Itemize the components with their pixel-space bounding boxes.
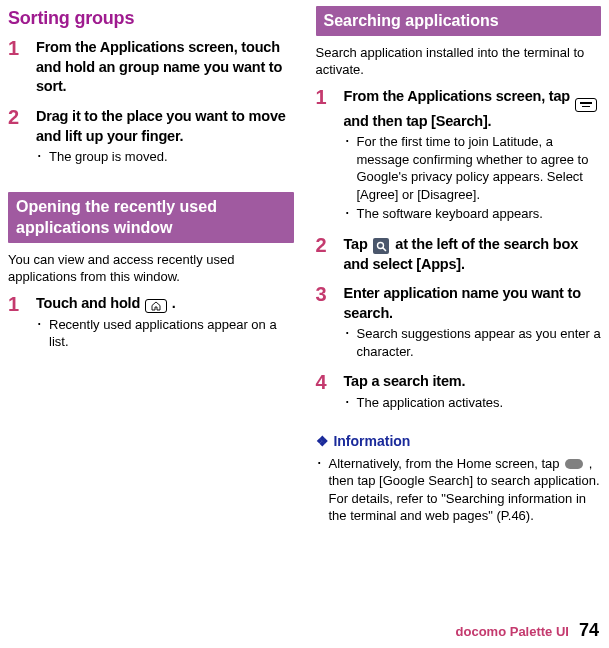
step-title: From the Applications screen, touch and … (36, 38, 294, 97)
sorting-step: 1 From the Applications screen, touch an… (8, 38, 294, 97)
information-bullet: ･ Alternatively, from the Home screen, t… (316, 455, 602, 525)
bullet-item: ･ For the first time to join Latitude, a… (344, 133, 602, 203)
bullet-list: ･ Search suggestions appear as you enter… (344, 325, 602, 360)
search-intro-text: Search application installed into the te… (316, 44, 602, 79)
section-title-sorting-groups: Sorting groups (8, 6, 294, 30)
sorting-step: 2 Drag it to the place you want to move … (8, 107, 294, 168)
bullet-item: ･ The software keyboard appears. (344, 205, 602, 223)
bullet-text: The application activates. (357, 394, 602, 412)
opening-intro-text: You can view and access recently used ap… (8, 251, 294, 286)
step-title-pre: Touch and hold (36, 295, 144, 311)
step-title: Tap at the left of the search box and se… (344, 235, 602, 274)
bullet-dot-icon: ･ (316, 455, 323, 525)
step-title-pre: Tap (344, 236, 372, 252)
menu-icon (575, 98, 597, 112)
step-number: 2 (8, 107, 26, 127)
footer-section-label: docomo Palette UI (456, 623, 569, 641)
bullet-item: ･ Search suggestions appear as you enter… (344, 325, 602, 360)
bullet-text: The group is moved. (49, 148, 294, 166)
step-number: 3 (316, 284, 334, 304)
home-icon (145, 299, 167, 313)
search-step: 2 Tap at the left of the search box and … (316, 235, 602, 274)
footer-page-number: 74 (579, 618, 599, 642)
step-title: Enter application name you want to searc… (344, 284, 602, 323)
search-step: 3 Enter application name you want to sea… (316, 284, 602, 362)
information-heading: ❖ Information (316, 432, 602, 451)
bullet-text: Recently used applications appear on a l… (49, 316, 294, 351)
bullet-dot-icon: ･ (344, 325, 351, 360)
step-number: 1 (8, 38, 26, 58)
step-title-post: . (172, 295, 176, 311)
step-number: 1 (8, 294, 26, 314)
bullet-dot-icon: ･ (344, 133, 351, 203)
bullet-text: For the first time to join Latitude, a m… (357, 133, 602, 203)
bullet-item: ･ Recently used applications appear on a… (36, 316, 294, 351)
step-head: 2 Tap at the left of the search box and … (316, 235, 602, 274)
section-bar-opening-recent: Opening the recently used applications w… (8, 192, 294, 243)
step-head: 4 Tap a search item. (316, 372, 602, 392)
bullet-list: ･ The application activates. (344, 394, 602, 412)
bullet-dot-icon: ･ (344, 205, 351, 223)
step-title: From the Applications screen, tap and th… (344, 87, 602, 132)
step-head: 1 Touch and hold . (8, 294, 294, 314)
step-title-pre: From the Applications screen, tap (344, 88, 574, 104)
bullet-list: ･ Recently used applications appear on a… (36, 316, 294, 351)
svg-line-1 (383, 248, 386, 251)
footer: docomo Palette UI 74 (456, 618, 599, 642)
information-heading-text: Information (333, 433, 410, 449)
left-column: Sorting groups 1 From the Applications s… (8, 6, 296, 618)
step-title: Touch and hold . (36, 294, 176, 314)
search-step: 4 Tap a search item. ･ The application a… (316, 372, 602, 414)
step-head: 1 From the Applications screen, touch an… (8, 38, 294, 97)
step-title: Drag it to the place you want to move an… (36, 107, 294, 146)
opening-step: 1 Touch and hold . ･ Recently used appli… (8, 294, 294, 353)
step-head: 3 Enter application name you want to sea… (316, 284, 602, 323)
step-number: 2 (316, 235, 334, 255)
information-bullet-text: Alternatively, from the Home screen, tap… (329, 455, 602, 525)
bullet-item: ･ The group is moved. (36, 148, 294, 166)
search-icon (373, 238, 389, 254)
bullet-dot-icon: ･ (36, 148, 43, 166)
step-head: 2 Drag it to the place you want to move … (8, 107, 294, 146)
bullet-text: The software keyboard appears. (357, 205, 602, 223)
section-bar-searching-apps: Searching applications (316, 6, 602, 36)
right-column: Searching applications Search applicatio… (314, 6, 602, 618)
bullet-dot-icon: ･ (344, 394, 351, 412)
pill-icon (565, 459, 583, 469)
info-bullet-pre: Alternatively, from the Home screen, tap (329, 456, 564, 471)
step-title: Tap a search item. (344, 372, 466, 392)
bullet-list: ･ For the first time to join Latitude, a… (344, 133, 602, 223)
bullet-text: Search suggestions appear as you enter a… (357, 325, 602, 360)
search-step: 1 From the Applications screen, tap and … (316, 87, 602, 225)
page: Sorting groups 1 From the Applications s… (0, 0, 609, 648)
diamond-icon: ❖ (316, 433, 328, 449)
step-title-post: and then tap [Search]. (344, 113, 492, 129)
bullet-list: ･ The group is moved. (36, 148, 294, 166)
step-number: 1 (316, 87, 334, 107)
step-head: 1 From the Applications screen, tap and … (316, 87, 602, 132)
bullet-dot-icon: ･ (36, 316, 43, 351)
step-number: 4 (316, 372, 334, 392)
bullet-item: ･ The application activates. (344, 394, 602, 412)
